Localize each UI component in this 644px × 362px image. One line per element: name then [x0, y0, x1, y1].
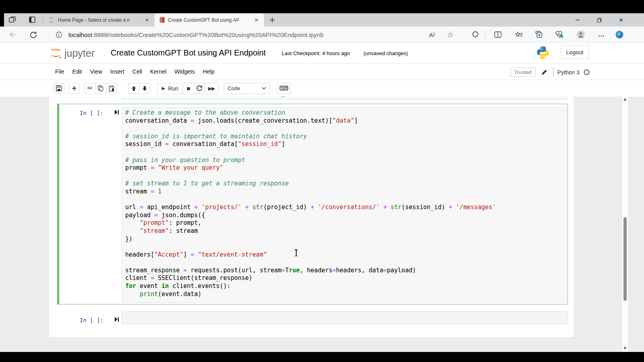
code-line: "prompt": prompt,: [125, 219, 566, 227]
tab-close-icon[interactable]: ✕: [254, 17, 258, 23]
close-window-button[interactable]: ✕: [612, 13, 630, 27]
site-info-icon[interactable]: [56, 31, 62, 39]
jupyter-page: jupyter Create CustomGPT Bot using API E…: [0, 43, 644, 352]
browser-tab-bar: Home Page - Select or create a n ✕ Creat…: [0, 13, 644, 27]
notebook-toolbar: ✂ ▶Run ■ ▶▶: [0, 80, 644, 97]
notebook-container: payload, headers=headers, json=conversat…: [49, 97, 574, 337]
move-cell-down-button[interactable]: [139, 83, 150, 94]
window-edge: [0, 13, 4, 27]
menu-cell[interactable]: Cell: [128, 65, 146, 78]
notebook-header: jupyter Create CustomGPT Bot using API E…: [0, 43, 644, 63]
code-line: [125, 125, 566, 133]
copilot-icon[interactable]: [615, 31, 624, 39]
edit-pencil-icon: [541, 69, 547, 75]
code-line: }): [125, 235, 566, 243]
menu-help[interactable]: Help: [199, 65, 219, 78]
run-cell-icon[interactable]: [115, 317, 119, 322]
save-button[interactable]: [54, 83, 64, 94]
profile-avatar[interactable]: [576, 31, 585, 39]
code-line: stream = 1: [125, 188, 566, 196]
read-aloud-icon[interactable]: A: [429, 31, 436, 39]
unsaved-changes-text: (unsaved changes): [363, 50, 408, 56]
paste-cell-button[interactable]: [106, 83, 117, 94]
notebook-body: payload, headers=headers, json=conversat…: [0, 97, 644, 352]
menu-widgets[interactable]: Widgets: [170, 65, 199, 78]
checkpoint-text: Last Checkpoint: 4 hours ago: [282, 50, 350, 56]
letterbox-bottom: [0, 352, 644, 362]
scrollbar-thumb[interactable]: [623, 217, 627, 301]
extensions-icon[interactable]: [472, 31, 479, 39]
logout-button[interactable]: Logout: [561, 45, 589, 59]
kernel-name: Python 3: [557, 69, 580, 76]
notebook-favicon: [159, 17, 165, 23]
code-line: prompt = "Write your query": [125, 164, 566, 172]
scroll-down-icon[interactable]: [622, 346, 628, 351]
collections-icon[interactable]: [535, 31, 543, 39]
refresh-icon[interactable]: [30, 31, 37, 39]
code-line: conversation_data = json.loads(create_co…: [125, 117, 566, 125]
tab-bar-divider: [43, 17, 43, 23]
menu-bar: FileEditViewInsertCellKernelWidgetsHelp …: [0, 63, 644, 80]
browser-tab-home[interactable]: Home Page - Select or create a n ✕: [45, 13, 153, 27]
code-line: print(event.data): [125, 290, 566, 298]
trusted-button[interactable]: Trusted: [510, 68, 536, 77]
menu-insert[interactable]: Insert: [106, 65, 128, 78]
back-icon[interactable]: [9, 31, 16, 39]
tab-title: Home Page - Select or create a n: [58, 17, 138, 23]
kernel-status-icon: [584, 69, 590, 75]
clipped-previous-cell: payload, headers=headers, json=conversat…: [122, 97, 568, 100]
run-cell-button[interactable]: ▶Run: [157, 83, 183, 94]
code-line: "stream": stream: [125, 227, 566, 235]
code-cell-selected[interactable]: In [ ]: # Create a message to the above …: [57, 104, 568, 304]
tab-search-icon[interactable]: [28, 16, 36, 24]
move-cell-up-button[interactable]: [128, 83, 139, 94]
menu-file[interactable]: File: [51, 65, 68, 78]
run-cell-icon[interactable]: [115, 110, 119, 115]
chevron-down-icon: [262, 87, 266, 90]
tab-close-icon[interactable]: ✕: [145, 17, 149, 23]
restart-run-all-button[interactable]: ▶▶: [205, 83, 218, 94]
code-line: [125, 243, 566, 251]
jupyter-logo[interactable]: jupyter: [49, 46, 95, 60]
favorite-star-icon[interactable]: ☆: [447, 31, 454, 39]
kernel-indicator: Trusted Python 3: [510, 68, 590, 77]
code-line: [125, 148, 566, 156]
new-tab-button[interactable]: [269, 16, 277, 25]
code-line: client = SSEClient(stream_response): [125, 274, 566, 282]
code-line: stream_response = requests.post(url, str…: [125, 267, 566, 275]
code-line: url = api_endpoint + 'projects/' + str(p…: [125, 204, 566, 212]
add-cell-button[interactable]: [69, 83, 80, 94]
menu-edit[interactable]: Edit: [68, 65, 86, 78]
loading-spinner-icon: [49, 17, 54, 23]
code-line: # session_id is important to maintain ch…: [125, 133, 566, 141]
restart-kernel-button[interactable]: [194, 83, 205, 94]
menu-kernel[interactable]: Kernel: [146, 65, 170, 78]
copy-cell-button[interactable]: [95, 83, 106, 94]
cell-prompt: In [ ]:: [80, 110, 103, 116]
code-input-area[interactable]: # Create a message to the above conversa…: [122, 107, 567, 303]
url-text[interactable]: localhost:8888/notebooks/Create%20Custom…: [68, 27, 324, 43]
code-line: payload = json.dumps({: [125, 212, 566, 220]
code-line: for event in client.events():: [125, 282, 566, 290]
notebook-title[interactable]: Create CustomGPT Bot using API Endpoint: [111, 48, 266, 58]
tab-title: Create CustomGPT Bot using AP: [168, 17, 248, 23]
text-cursor: [294, 249, 298, 256]
menu-view[interactable]: View: [86, 65, 106, 78]
split-screen-icon[interactable]: [494, 31, 502, 39]
browser-tab-notebook[interactable]: Create CustomGPT Bot using AP ✕: [155, 13, 264, 27]
cell-type-dropdown[interactable]: Code: [224, 83, 270, 94]
cut-cell-button[interactable]: ✂: [85, 83, 95, 94]
scroll-up-icon[interactable]: [622, 97, 628, 102]
page-scrollbar[interactable]: [622, 97, 628, 352]
command-palette-button[interactable]: ⌨: [277, 83, 291, 94]
minimize-button[interactable]: [568, 13, 587, 27]
browser-essentials-icon[interactable]: [555, 31, 564, 39]
browser-address-bar: localhost:8888/notebooks/Create%20Custom…: [0, 27, 644, 43]
empty-code-cell[interactable]: [122, 311, 568, 324]
python-logo: [535, 45, 551, 62]
favorites-list-icon[interactable]: [515, 31, 523, 39]
interrupt-kernel-button[interactable]: ■: [183, 83, 194, 94]
workspaces-icon[interactable]: [8, 16, 16, 24]
restore-button[interactable]: [590, 13, 609, 27]
settings-menu-icon[interactable]: …: [598, 31, 605, 39]
